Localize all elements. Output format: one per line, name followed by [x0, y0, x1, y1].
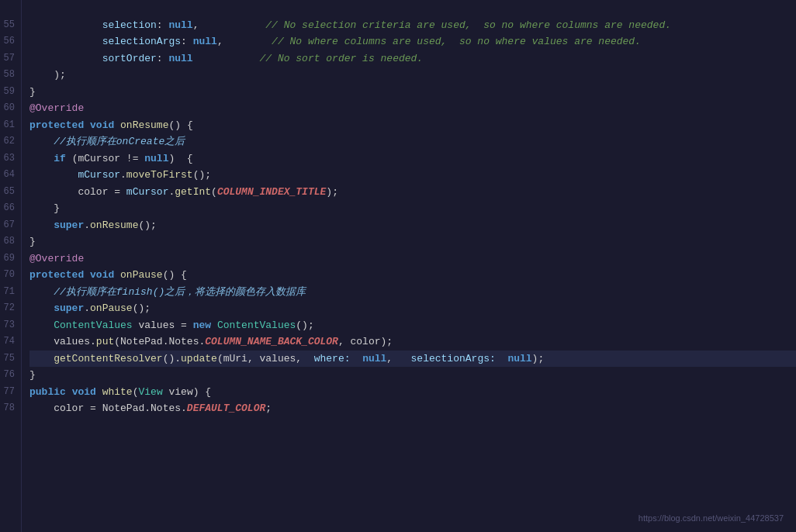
line-number: 67 — [3, 217, 15, 234]
plain-token: , color); — [338, 336, 393, 347]
plain-token: } — [54, 202, 60, 214]
spaces-token — [29, 169, 78, 181]
line-number: 73 — [3, 317, 15, 334]
plain-token: () { — [163, 269, 187, 281]
plain-token — [351, 353, 363, 364]
spaces-token — [29, 19, 102, 31]
code-editor: 5556575859606162636465666768697071727374… — [0, 0, 796, 532]
plain-token — [96, 386, 102, 398]
plain-token: ); — [54, 69, 66, 81]
param-label-token: where: — [314, 353, 351, 364]
code-line: @Override — [29, 250, 796, 268]
spaces-token — [29, 153, 54, 164]
kw-token: protected — [29, 119, 84, 131]
code-line: } — [29, 367, 796, 384]
code-line: values.put(NotePad.Notes.COLUMN_NAME_BAC… — [29, 333, 796, 351]
field-token: selection — [102, 19, 157, 31]
code-line: color = mCursor.getInt(COLUMN_INDEX_TITL… — [29, 184, 796, 201]
code-line: super.onPause(); — [29, 300, 796, 317]
code-line: ); — [29, 67, 796, 84]
method-token: onResume — [90, 219, 138, 231]
line-number: 58 — [3, 67, 15, 84]
spaces-token — [29, 186, 78, 198]
plain-token: ); — [532, 353, 545, 364]
spaces-token — [29, 36, 102, 47]
watermark: https://blog.csdn.net/weixin_44728537 — [639, 513, 784, 523]
plain-token: , — [386, 353, 410, 364]
plain-token: ; — [265, 402, 272, 414]
kw-token: null — [193, 36, 217, 47]
annotation-token: @Override — [29, 102, 84, 114]
const-token: COLUMN_INDEX_TITLE — [217, 186, 326, 198]
method-token: getContentResolver — [54, 353, 162, 364]
line-number: 74 — [3, 333, 15, 351]
plain-token — [66, 386, 72, 398]
spaces-token — [29, 136, 54, 147]
line-number: 75 — [3, 351, 15, 368]
code-line: super.onResume(); — [29, 217, 796, 234]
plain-token: ) { — [168, 153, 192, 164]
plain-token: (mCursor != — [66, 153, 144, 164]
kw-token: public — [29, 386, 66, 398]
plain-token: (); — [138, 219, 156, 231]
line-number: 72 — [3, 300, 15, 317]
type-token: ContentValues — [217, 320, 296, 331]
plain-token: , — [217, 36, 272, 47]
kw-token: null — [168, 19, 192, 31]
kw-token: void — [72, 386, 96, 398]
plain-token: ); — [326, 186, 338, 198]
code-line — [29, 0, 796, 17]
plain-token: . — [84, 219, 90, 231]
plain-token: = NotePad.Notes. — [84, 402, 187, 414]
plain-token: (mUri, values, — [217, 353, 314, 364]
spaces-token — [29, 202, 54, 214]
code-lines: selection: null, // No selection criteri… — [22, 0, 796, 532]
const-token: COLUMN_NAME_BACK_COLOR — [205, 336, 338, 347]
comment-token: // No sort order is needed. — [260, 53, 424, 64]
code-line: getContentResolver().update(mUri, values… — [29, 351, 796, 368]
plain-token: , — [193, 19, 266, 31]
kw-token: super — [54, 219, 84, 231]
field-token: selectionArgs — [102, 36, 181, 47]
code-line: mCursor.moveToFirst(); — [29, 167, 796, 184]
kw-token: void — [90, 269, 114, 281]
plain-token — [114, 119, 120, 131]
var-token: color — [78, 186, 108, 198]
plain-token: (); — [296, 320, 313, 331]
plain-token: : — [157, 19, 169, 31]
kw-token: if — [54, 153, 66, 164]
plain-token: (); — [133, 302, 151, 314]
kw-token: null — [168, 53, 192, 64]
code-line: @Override — [29, 100, 796, 117]
plain-token: (). — [163, 353, 181, 364]
spaces-token — [29, 336, 54, 347]
field-token: sortOrder — [102, 53, 157, 64]
line-number: 68 — [3, 233, 15, 250]
plain-token: values = — [133, 320, 193, 331]
plain-token — [496, 353, 508, 364]
method-token: onResume — [120, 119, 168, 131]
line-numbers: 5556575859606162636465666768697071727374… — [0, 0, 22, 532]
plain-token: } — [29, 86, 36, 98]
code-line: sortOrder: null // No sort order is need… — [29, 50, 796, 67]
line-number: 56 — [3, 33, 15, 50]
spaces-token — [29, 69, 54, 81]
code-line: color = NotePad.Notes.DEFAULT_COLOR; — [29, 400, 796, 417]
line-number: 70 — [3, 267, 15, 284]
line-number: 64 — [3, 167, 15, 184]
code-line: } — [29, 233, 796, 250]
spaces-token — [29, 53, 102, 64]
plain-token: . — [84, 302, 90, 314]
comment-cn-token: //执行顺序在finish()之后，将选择的颜色存入数据库 — [54, 286, 306, 298]
method-token: getInt — [175, 186, 211, 198]
method-token: put — [96, 336, 114, 347]
line-number: 77 — [3, 384, 15, 401]
kw-token: null — [144, 153, 168, 164]
line-number: 59 — [3, 84, 15, 101]
type-token: View — [138, 386, 162, 398]
code-line: //执行顺序在onCreate之后 — [29, 133, 796, 150]
line-number: 62 — [3, 133, 15, 150]
spaces-token — [29, 302, 54, 314]
plain-token: (); — [193, 169, 211, 181]
spaces-token — [29, 353, 54, 364]
